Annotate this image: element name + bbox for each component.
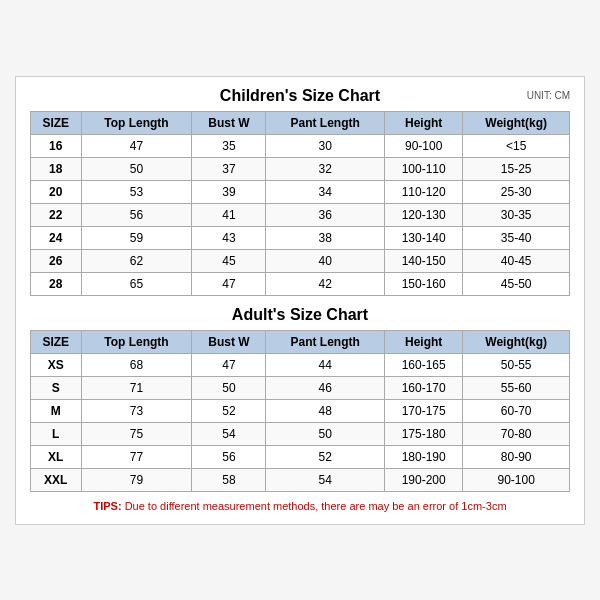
adult-table-body: XS684744160-16550-55S715046160-17055-60M… <box>31 353 570 491</box>
adult-table-head: SIZETop LengthBust WPant LengthHeightWei… <box>31 330 570 353</box>
children-cell-3-4: 120-130 <box>385 203 463 226</box>
children-cell-0-5: <15 <box>463 134 570 157</box>
adult-cell-1-4: 160-170 <box>385 376 463 399</box>
children-cell-3-5: 30-35 <box>463 203 570 226</box>
table-row: 20533934110-12025-30 <box>31 180 570 203</box>
children-col-header-0: SIZE <box>31 111 82 134</box>
adult-cell-2-1: 73 <box>81 399 192 422</box>
children-cell-4-2: 43 <box>192 226 266 249</box>
children-cell-6-1: 65 <box>81 272 192 295</box>
children-cell-5-0: 26 <box>31 249 82 272</box>
adult-cell-2-2: 52 <box>192 399 266 422</box>
table-row: M735248170-17560-70 <box>31 399 570 422</box>
adult-cell-5-5: 90-100 <box>463 468 570 491</box>
children-cell-4-0: 24 <box>31 226 82 249</box>
unit-label: UNIT: CM <box>527 90 570 101</box>
children-cell-0-4: 90-100 <box>385 134 463 157</box>
adult-cell-4-4: 180-190 <box>385 445 463 468</box>
children-cell-5-3: 40 <box>266 249 385 272</box>
table-row: 26624540140-15040-45 <box>31 249 570 272</box>
table-row: 18503732100-11015-25 <box>31 157 570 180</box>
children-title: Children's Size Chart <box>220 87 380 105</box>
adult-cell-2-5: 60-70 <box>463 399 570 422</box>
table-row: 24594338130-14035-40 <box>31 226 570 249</box>
children-col-header-1: Top Length <box>81 111 192 134</box>
children-cell-2-1: 53 <box>81 180 192 203</box>
adult-cell-4-1: 77 <box>81 445 192 468</box>
children-cell-6-3: 42 <box>266 272 385 295</box>
children-cell-6-0: 28 <box>31 272 82 295</box>
table-row: S715046160-17055-60 <box>31 376 570 399</box>
adult-cell-5-4: 190-200 <box>385 468 463 491</box>
adult-cell-0-3: 44 <box>266 353 385 376</box>
children-cell-6-2: 47 <box>192 272 266 295</box>
children-cell-0-3: 30 <box>266 134 385 157</box>
children-cell-5-4: 140-150 <box>385 249 463 272</box>
children-cell-0-1: 47 <box>81 134 192 157</box>
table-row: XXL795854190-20090-100 <box>31 468 570 491</box>
children-cell-4-5: 35-40 <box>463 226 570 249</box>
tips-text: Due to different measurement methods, th… <box>125 500 507 512</box>
children-cell-3-2: 41 <box>192 203 266 226</box>
adult-cell-2-4: 170-175 <box>385 399 463 422</box>
adult-col-header-3: Pant Length <box>266 330 385 353</box>
children-cell-0-0: 16 <box>31 134 82 157</box>
children-header-row: SIZETop LengthBust WPant LengthHeightWei… <box>31 111 570 134</box>
adult-title: Adult's Size Chart <box>232 306 368 324</box>
adult-cell-3-1: 75 <box>81 422 192 445</box>
children-cell-6-4: 150-160 <box>385 272 463 295</box>
children-cell-1-3: 32 <box>266 157 385 180</box>
table-row: XS684744160-16550-55 <box>31 353 570 376</box>
children-cell-4-4: 130-140 <box>385 226 463 249</box>
children-cell-1-0: 18 <box>31 157 82 180</box>
adult-section: Adult's Size Chart SIZETop LengthBust WP… <box>30 306 570 492</box>
adult-cell-3-0: L <box>31 422 82 445</box>
adult-cell-3-2: 54 <box>192 422 266 445</box>
adult-cell-0-1: 68 <box>81 353 192 376</box>
adult-cell-4-2: 56 <box>192 445 266 468</box>
tips-label: TIPS: <box>93 500 121 512</box>
children-cell-6-5: 45-50 <box>463 272 570 295</box>
adult-table: SIZETop LengthBust WPant LengthHeightWei… <box>30 330 570 492</box>
children-cell-0-2: 35 <box>192 134 266 157</box>
adult-cell-4-5: 80-90 <box>463 445 570 468</box>
children-table-head: SIZETop LengthBust WPant LengthHeightWei… <box>31 111 570 134</box>
size-chart-container: Children's Size Chart UNIT: CM SIZETop L… <box>15 76 585 525</box>
children-cell-3-0: 22 <box>31 203 82 226</box>
children-cell-1-2: 37 <box>192 157 266 180</box>
table-row: 1647353090-100<15 <box>31 134 570 157</box>
children-cell-1-4: 100-110 <box>385 157 463 180</box>
table-row: 22564136120-13030-35 <box>31 203 570 226</box>
adult-cell-1-5: 55-60 <box>463 376 570 399</box>
adult-cell-0-4: 160-165 <box>385 353 463 376</box>
children-cell-1-1: 50 <box>81 157 192 180</box>
adult-cell-1-3: 46 <box>266 376 385 399</box>
children-cell-5-1: 62 <box>81 249 192 272</box>
children-cell-3-3: 36 <box>266 203 385 226</box>
children-cell-2-3: 34 <box>266 180 385 203</box>
adult-cell-0-2: 47 <box>192 353 266 376</box>
children-cell-5-2: 45 <box>192 249 266 272</box>
children-col-header-5: Weight(kg) <box>463 111 570 134</box>
table-row: L755450175-18070-80 <box>31 422 570 445</box>
adult-cell-1-1: 71 <box>81 376 192 399</box>
adult-cell-5-3: 54 <box>266 468 385 491</box>
children-cell-3-1: 56 <box>81 203 192 226</box>
adult-cell-2-3: 48 <box>266 399 385 422</box>
adult-col-header-5: Weight(kg) <box>463 330 570 353</box>
table-row: XL775652180-19080-90 <box>31 445 570 468</box>
children-col-header-2: Bust W <box>192 111 266 134</box>
children-col-header-3: Pant Length <box>266 111 385 134</box>
children-cell-2-5: 25-30 <box>463 180 570 203</box>
table-row: 28654742150-16045-50 <box>31 272 570 295</box>
children-cell-2-0: 20 <box>31 180 82 203</box>
children-cell-4-1: 59 <box>81 226 192 249</box>
adult-cell-3-4: 175-180 <box>385 422 463 445</box>
adult-cell-1-2: 50 <box>192 376 266 399</box>
adult-col-header-2: Bust W <box>192 330 266 353</box>
adult-cell-3-5: 70-80 <box>463 422 570 445</box>
adult-cell-0-0: XS <box>31 353 82 376</box>
adult-cell-1-0: S <box>31 376 82 399</box>
adult-cell-5-1: 79 <box>81 468 192 491</box>
tips-row: TIPS: Due to different measurement metho… <box>30 500 570 512</box>
